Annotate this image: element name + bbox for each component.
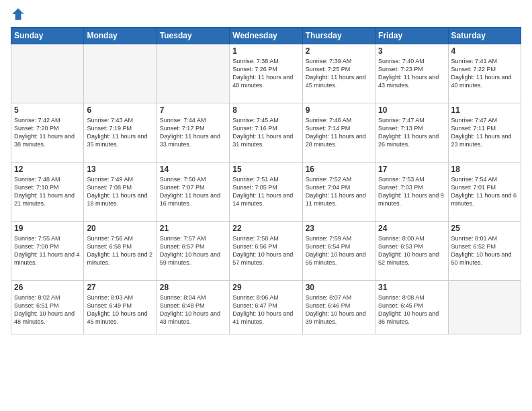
day-cell: 10Sunrise: 7:47 AM Sunset: 7:13 PM Dayli… (375, 103, 448, 163)
calendar: SundayMondayTuesdayWednesdayThursdayFrid… (11, 27, 521, 334)
day-cell (84, 44, 157, 103)
day-info: Sunrise: 7:43 AM Sunset: 7:19 PM Dayligh… (87, 116, 153, 149)
day-number: 7 (160, 105, 226, 115)
day-info: Sunrise: 7:46 AM Sunset: 7:14 PM Dayligh… (306, 116, 372, 149)
day-cell: 6Sunrise: 7:43 AM Sunset: 7:19 PM Daylig… (84, 103, 157, 163)
day-cell: 9Sunrise: 7:46 AM Sunset: 7:14 PM Daylig… (302, 103, 375, 163)
week-row-3: 12Sunrise: 7:48 AM Sunset: 7:10 PM Dayli… (11, 163, 521, 222)
day-number: 15 (232, 165, 299, 174)
day-number: 25 (451, 224, 518, 233)
day-info: Sunrise: 8:03 AM Sunset: 6:49 PM Dayligh… (87, 293, 153, 326)
day-cell (448, 281, 521, 334)
week-row-5: 26Sunrise: 8:02 AM Sunset: 6:51 PM Dayli… (11, 281, 521, 334)
day-info: Sunrise: 7:55 AM Sunset: 7:00 PM Dayligh… (14, 234, 81, 267)
day-info: Sunrise: 8:04 AM Sunset: 6:48 PM Dayligh… (160, 293, 226, 326)
day-cell: 26Sunrise: 8:02 AM Sunset: 6:51 PM Dayli… (11, 281, 84, 334)
day-cell: 27Sunrise: 8:03 AM Sunset: 6:49 PM Dayli… (84, 281, 157, 334)
day-info: Sunrise: 7:47 AM Sunset: 7:11 PM Dayligh… (451, 116, 518, 149)
day-number: 18 (451, 165, 518, 174)
day-info: Sunrise: 7:57 AM Sunset: 6:57 PM Dayligh… (160, 234, 226, 267)
day-info: Sunrise: 7:39 AM Sunset: 7:25 PM Dayligh… (306, 57, 372, 90)
day-number: 11 (451, 105, 518, 115)
day-cell (157, 44, 229, 103)
day-cell: 17Sunrise: 7:53 AM Sunset: 7:03 PM Dayli… (375, 163, 448, 222)
day-info: Sunrise: 7:56 AM Sunset: 6:58 PM Dayligh… (87, 234, 153, 267)
day-cell: 7Sunrise: 7:44 AM Sunset: 7:17 PM Daylig… (157, 103, 229, 163)
day-cell: 2Sunrise: 7:39 AM Sunset: 7:25 PM Daylig… (302, 44, 375, 103)
col-header-monday: Monday (84, 28, 157, 44)
day-number: 5 (14, 105, 81, 115)
day-info: Sunrise: 7:40 AM Sunset: 7:23 PM Dayligh… (378, 57, 445, 90)
day-info: Sunrise: 8:07 AM Sunset: 6:46 PM Dayligh… (306, 293, 372, 326)
week-row-2: 5Sunrise: 7:42 AM Sunset: 7:20 PM Daylig… (11, 103, 521, 163)
day-number: 1 (232, 46, 299, 56)
day-number: 12 (14, 165, 81, 174)
day-number: 31 (378, 283, 445, 292)
day-number: 29 (232, 283, 299, 292)
col-header-friday: Friday (375, 28, 448, 44)
day-info: Sunrise: 8:02 AM Sunset: 6:51 PM Dayligh… (14, 293, 81, 326)
day-cell: 30Sunrise: 8:07 AM Sunset: 6:46 PM Dayli… (302, 281, 375, 334)
day-number: 24 (378, 224, 445, 233)
day-info: Sunrise: 7:59 AM Sunset: 6:54 PM Dayligh… (306, 234, 372, 267)
day-cell: 5Sunrise: 7:42 AM Sunset: 7:20 PM Daylig… (11, 103, 84, 163)
day-number: 26 (14, 283, 81, 292)
day-cell: 13Sunrise: 7:49 AM Sunset: 7:08 PM Dayli… (84, 163, 157, 222)
day-cell: 23Sunrise: 7:59 AM Sunset: 6:54 PM Dayli… (302, 222, 375, 281)
day-cell: 31Sunrise: 8:08 AM Sunset: 6:45 PM Dayli… (375, 281, 448, 334)
col-header-sunday: Sunday (11, 28, 84, 44)
day-cell: 15Sunrise: 7:51 AM Sunset: 7:05 PM Dayli… (230, 163, 302, 222)
day-cell: 29Sunrise: 8:06 AM Sunset: 6:47 PM Dayli… (230, 281, 302, 334)
day-info: Sunrise: 7:50 AM Sunset: 7:07 PM Dayligh… (160, 175, 226, 208)
day-info: Sunrise: 8:00 AM Sunset: 6:53 PM Dayligh… (378, 234, 445, 267)
svg-marker-1 (21, 11, 24, 14)
day-info: Sunrise: 7:48 AM Sunset: 7:10 PM Dayligh… (14, 175, 81, 208)
day-cell (11, 44, 84, 103)
day-number: 20 (87, 224, 153, 233)
day-number: 28 (160, 283, 226, 292)
day-number: 17 (378, 165, 445, 174)
day-cell: 4Sunrise: 7:41 AM Sunset: 7:22 PM Daylig… (448, 44, 521, 103)
day-number: 8 (232, 105, 299, 115)
day-number: 4 (451, 46, 518, 56)
day-cell: 12Sunrise: 7:48 AM Sunset: 7:10 PM Dayli… (11, 163, 84, 222)
logo (11, 7, 28, 21)
day-number: 13 (87, 165, 153, 174)
day-cell: 24Sunrise: 8:00 AM Sunset: 6:53 PM Dayli… (375, 222, 448, 281)
day-number: 27 (87, 283, 153, 292)
day-number: 14 (160, 165, 226, 174)
day-cell: 18Sunrise: 7:54 AM Sunset: 7:01 PM Dayli… (448, 163, 521, 222)
day-cell: 8Sunrise: 7:45 AM Sunset: 7:16 PM Daylig… (230, 103, 302, 163)
day-cell: 16Sunrise: 7:52 AM Sunset: 7:04 PM Dayli… (302, 163, 375, 222)
day-cell: 11Sunrise: 7:47 AM Sunset: 7:11 PM Dayli… (448, 103, 521, 163)
day-info: Sunrise: 8:06 AM Sunset: 6:47 PM Dayligh… (232, 293, 299, 326)
day-number: 16 (306, 165, 372, 174)
week-row-1: 1Sunrise: 7:38 AM Sunset: 7:26 PM Daylig… (11, 44, 521, 103)
day-info: Sunrise: 7:49 AM Sunset: 7:08 PM Dayligh… (87, 175, 153, 208)
day-cell: 14Sunrise: 7:50 AM Sunset: 7:07 PM Dayli… (157, 163, 229, 222)
day-info: Sunrise: 7:53 AM Sunset: 7:03 PM Dayligh… (378, 175, 445, 208)
day-cell: 28Sunrise: 8:04 AM Sunset: 6:48 PM Dayli… (157, 281, 229, 334)
page: SundayMondayTuesdayWednesdayThursdayFrid… (0, 0, 532, 411)
day-cell: 3Sunrise: 7:40 AM Sunset: 7:23 PM Daylig… (375, 44, 448, 103)
col-header-thursday: Thursday (302, 28, 375, 44)
day-info: Sunrise: 8:01 AM Sunset: 6:52 PM Dayligh… (451, 234, 518, 267)
day-cell: 21Sunrise: 7:57 AM Sunset: 6:57 PM Dayli… (157, 222, 229, 281)
col-header-tuesday: Tuesday (157, 28, 229, 44)
day-info: Sunrise: 7:51 AM Sunset: 7:05 PM Dayligh… (232, 175, 299, 208)
day-info: Sunrise: 7:52 AM Sunset: 7:04 PM Dayligh… (306, 175, 372, 208)
day-cell: 20Sunrise: 7:56 AM Sunset: 6:58 PM Dayli… (84, 222, 157, 281)
day-number: 30 (306, 283, 372, 292)
day-info: Sunrise: 7:58 AM Sunset: 6:56 PM Dayligh… (232, 234, 299, 267)
day-number: 21 (160, 224, 226, 233)
day-number: 3 (378, 46, 445, 56)
day-info: Sunrise: 7:38 AM Sunset: 7:26 PM Dayligh… (232, 57, 299, 90)
header-row: SundayMondayTuesdayWednesdayThursdayFrid… (11, 28, 521, 44)
col-header-saturday: Saturday (448, 28, 521, 44)
day-cell: 19Sunrise: 7:55 AM Sunset: 7:00 PM Dayli… (11, 222, 84, 281)
day-number: 23 (306, 224, 372, 233)
day-info: Sunrise: 7:47 AM Sunset: 7:13 PM Dayligh… (378, 116, 445, 149)
day-number: 6 (87, 105, 153, 115)
day-number: 19 (14, 224, 81, 233)
logo-icon (11, 7, 26, 21)
